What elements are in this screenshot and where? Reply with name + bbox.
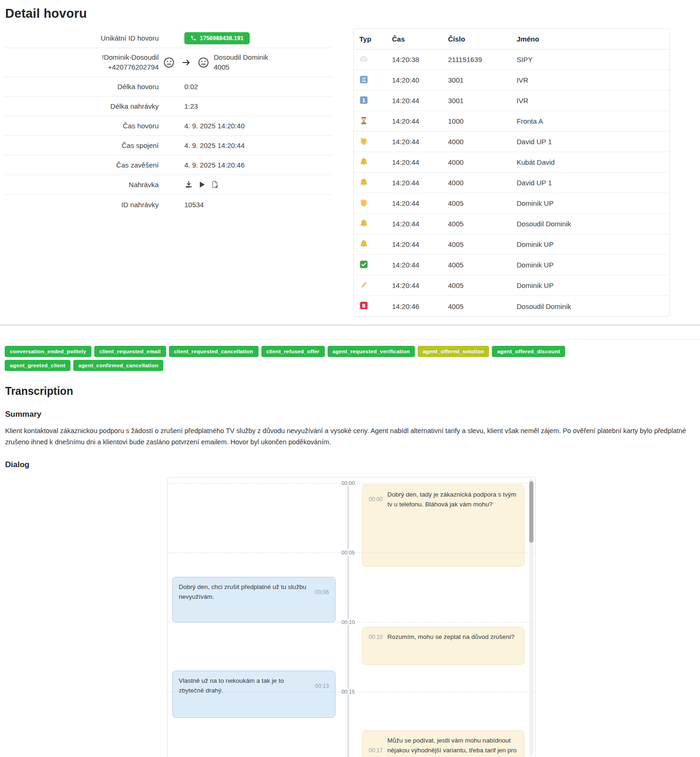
svg-text:B: B xyxy=(362,303,366,308)
agent-message-bubble: 00:00Dobrý den, tady je zákaznická podpo… xyxy=(362,484,525,567)
summary-text: Klient kontaktoval zákaznickou podporu s… xyxy=(5,426,695,448)
page-title: Detail hovoru xyxy=(5,7,700,21)
event-name: IVR xyxy=(511,70,669,91)
call-events-table: Typ Čas Číslo Jméno 14:20:38211151639SIP… xyxy=(353,28,670,317)
phone-icon xyxy=(190,35,196,41)
event-time: 14:20:44 xyxy=(386,111,442,132)
recording-id-value: 10534 xyxy=(184,201,204,209)
row-recording: Nahrávka xyxy=(5,175,331,195)
event-row: B14:20:464005Dosoudil Dominik xyxy=(354,296,669,316)
event-time: 14:20:44 xyxy=(386,173,442,193)
message-text: Dobrý den, chci zrušit předplatné už tu … xyxy=(179,582,310,602)
event-number: 4005 xyxy=(442,275,511,296)
callee-number: 4005 xyxy=(214,63,268,72)
event-time: 14:20:44 xyxy=(386,91,442,111)
arrow-right-icon xyxy=(182,58,191,67)
event-row: 14:20:444005Dominik UP xyxy=(354,193,669,214)
timeline-tick-label: 00:10 xyxy=(340,619,357,625)
message-time: 00:10 xyxy=(369,633,383,642)
message-text: Můžu se podívat, jestli vám mohu nabídno… xyxy=(387,736,518,757)
event-number: 1000 xyxy=(442,111,511,132)
callee-name: Dosoudil Dominik xyxy=(214,53,268,62)
row-call-duration: Délka hovoru 0:02 xyxy=(5,77,331,97)
event-row: 14:20:444000Kubát David xyxy=(354,152,669,173)
row-connect-time: Čas spojení 4. 9. 2025 14:20:44 xyxy=(5,136,331,155)
tag-badge: agent_requested_verification xyxy=(328,346,415,357)
event-name: SIPY xyxy=(511,49,669,70)
unique-id-label: Unikátní ID hovoru xyxy=(5,34,159,42)
event-name: Dominik UP xyxy=(511,275,669,296)
event-type-dialpad-icon: 1234 xyxy=(359,75,368,84)
col-cislo: Číslo xyxy=(442,29,511,49)
caller-name: !Dominik-Dosoudil xyxy=(102,53,159,62)
transcription-title: Transcription xyxy=(5,385,700,398)
event-name: Dominik UP xyxy=(511,255,669,275)
col-cas: Čas xyxy=(386,29,442,49)
row-recording-id: ID nahrávky 10534 xyxy=(5,195,331,214)
event-name: David UP 1 xyxy=(511,173,669,193)
event-name: Dosoudil Dominik xyxy=(511,296,669,316)
duration-label: Délka hovoru xyxy=(5,83,159,91)
event-row: 14:20:444005Dominik UP xyxy=(354,255,669,275)
message-time: 00:17 xyxy=(369,746,383,755)
tag-badge: client_refused_offer xyxy=(261,346,325,357)
hangup-time-label: Čas zavěšení xyxy=(5,161,159,169)
event-number: 3001 xyxy=(442,91,511,111)
top-section: Unikátní ID hovoru 1756988438.191 !Domin… xyxy=(0,28,700,317)
event-type-bell-icon xyxy=(359,239,368,248)
event-type-key1-icon: 1 xyxy=(359,96,368,105)
event-time: 14:20:44 xyxy=(386,234,442,255)
callee-face-icon xyxy=(197,56,210,69)
event-number: 4005 xyxy=(442,255,511,275)
call-id-badge[interactable]: 1756988438.191 xyxy=(184,32,250,44)
event-time: 14:20:44 xyxy=(386,193,442,214)
download-recording-icon[interactable] xyxy=(184,180,193,189)
event-type-bell-icon xyxy=(359,219,368,228)
message-time: 00:13 xyxy=(315,682,329,691)
dialog-scrollbar-thumb[interactable] xyxy=(529,481,533,543)
row-recording-length: Délka nahrávky 1:23 xyxy=(5,97,331,116)
event-type-wave-icon xyxy=(359,137,368,146)
event-number: 4000 xyxy=(442,152,511,173)
event-time: 14:20:44 xyxy=(386,275,442,296)
col-typ: Typ xyxy=(354,29,386,49)
event-type-pencil-icon xyxy=(359,280,368,289)
tag-list: conversation_ended_politelyclient_reques… xyxy=(5,346,607,371)
col-jmeno: Jméno xyxy=(511,29,669,49)
dialog-heading: Dialog xyxy=(5,460,700,470)
event-name: Kubát David xyxy=(511,152,669,173)
event-type-hourglass-icon xyxy=(359,116,368,125)
transcript-document-icon[interactable] xyxy=(210,180,219,189)
summary-heading: Summary xyxy=(5,410,700,419)
message-text: Rozumím, mohu se zeptat na důvod zrušení… xyxy=(387,632,518,642)
call-time-label: Čas hovoru xyxy=(5,122,159,130)
row-hangup-time: Čas zavěšení 4. 9. 2025 14:20:46 xyxy=(5,155,331,175)
event-time: 14:20:44 xyxy=(386,152,442,173)
caller-face-icon xyxy=(163,56,175,69)
tag-badge: conversation_ended_politely xyxy=(5,346,91,357)
svg-text:1: 1 xyxy=(362,97,365,103)
play-recording-icon[interactable] xyxy=(197,180,206,189)
event-name: Dosoudil Dominik xyxy=(511,214,669,234)
event-type-wave-icon xyxy=(359,198,368,207)
hangup-time-value: 4. 9. 2025 14:20:46 xyxy=(184,161,245,169)
row-parties: !Dominik-Dosoudil +420776202794 Dosoudil… xyxy=(5,48,331,77)
message-text: Vlastně už na to nekoukám a tak je to zb… xyxy=(179,676,310,696)
event-type-bbutton-icon: B xyxy=(359,301,368,310)
event-type-bell-icon xyxy=(359,157,368,166)
tag-badge: client_requested_email xyxy=(94,346,166,357)
svg-text:34: 34 xyxy=(362,79,365,83)
event-time: 14:20:44 xyxy=(386,132,442,152)
events-header-row: Typ Čas Číslo Jméno xyxy=(354,29,669,49)
duration-value: 0:02 xyxy=(184,83,198,91)
client-message-bubble: Vlastně už na to nekoukám a tak je to zb… xyxy=(172,671,336,718)
client-message-bubble: Dobrý den, chci zrušit předplatné už tu … xyxy=(172,577,336,623)
event-number: 4005 xyxy=(442,193,511,214)
recording-length-value: 1:23 xyxy=(184,102,198,110)
event-name: IVR xyxy=(511,91,669,111)
event-row: 14:20:444000David UP 1 xyxy=(354,173,669,193)
event-type-cloud-icon xyxy=(359,55,368,63)
event-row: 14:20:444000David UP 1 xyxy=(354,132,669,152)
section-divider xyxy=(0,324,700,326)
timeline-tick-label: 00:05 xyxy=(340,550,357,555)
